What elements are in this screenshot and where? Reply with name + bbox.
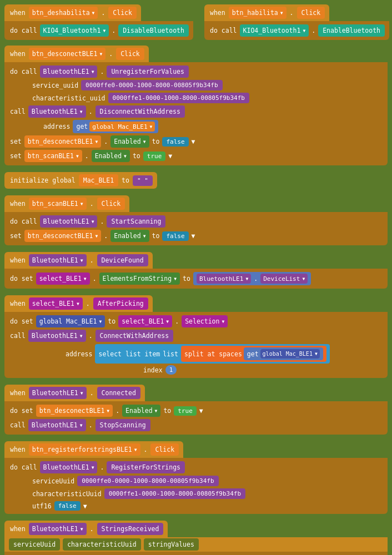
do-register-strings: do call BluetoothLE1 . RegisterForString… [4, 458, 388, 514]
dot-7: . [103, 138, 109, 145]
when-register-header[interactable]: when btn_registerforstringsBLE1 . Click [4, 441, 183, 458]
call-label-3b: call [9, 108, 27, 115]
do-label-2: do [209, 27, 219, 34]
select-list-block[interactable]: select list item list split at spaces ge… [95, 344, 329, 364]
connect-method[interactable]: ConnectWithAddress [96, 330, 174, 342]
connected-event[interactable]: Connected [97, 387, 140, 399]
btn-desconect-pill[interactable]: btn_desconectBLE1 [29, 48, 106, 60]
btn-desconect-pill3[interactable]: btn_desconectBLE1 [24, 230, 102, 242]
dot-6: . [88, 108, 94, 115]
when-label-6: when [9, 300, 27, 307]
disable-bt-method[interactable]: DisableBluetooth [118, 24, 189, 37]
block-enable-bluetooth: when btn_habilita . Click do call KIO4_B… [204, 4, 389, 40]
ble1-pill-4[interactable]: BluetoothLE1 [29, 254, 87, 266]
dot-label-2: . [289, 9, 295, 17]
enable-bt-method[interactable]: EnableBluetooth [318, 24, 385, 37]
select-ble1-pill2[interactable]: select_BLE1 [29, 297, 83, 310]
device-found-event[interactable]: DeviceFound [97, 254, 148, 266]
when-label-1: when [9, 9, 27, 17]
unregister-method[interactable]: UnregisterForValues [107, 65, 189, 78]
global-mac-pill2[interactable]: global Mac_BLE1 [36, 315, 105, 327]
when-enable-header[interactable]: when btn_habilita . Click [204, 4, 329, 21]
utf16-val: false [54, 501, 81, 511]
call-label-4: call [21, 218, 38, 225]
ble1-pill-6[interactable]: BluetoothLE1 [28, 330, 86, 342]
enabled-prop-4[interactable]: Enabled [122, 405, 160, 417]
enabled-prop-2[interactable]: Enabled [92, 150, 130, 162]
device-list-prop[interactable]: DeviceList [260, 274, 308, 284]
when-device-found-header[interactable]: when BluetoothLE1 . DeviceFound [4, 252, 153, 269]
register-strings-method[interactable]: RegisterForStrings [107, 461, 185, 473]
btn-register-pill[interactable]: btn_registerforstringsBLE1 [29, 443, 140, 456]
start-scan-method[interactable]: StartScanning [107, 215, 165, 228]
param-char-uuid: characteristicUuid [63, 538, 141, 551]
when-label-4: when [9, 200, 27, 208]
enabled-prop-1[interactable]: Enabled [110, 135, 149, 148]
btn-scan-pill2[interactable]: btn_scanBLE1 [29, 198, 87, 210]
click-event-2[interactable]: Click [297, 7, 325, 19]
when-desconect-header[interactable]: when btn_desconectBLE1 . Click [4, 46, 149, 62]
enabled-prop-3[interactable]: Enabled [110, 230, 149, 242]
global-mac-pill[interactable]: global Mac_BLE1 [89, 122, 155, 132]
elements-from-string-prop[interactable]: ElementsFromString [99, 273, 180, 285]
disconnect-method[interactable]: DisconnectWithAddress [96, 105, 185, 118]
to-label-1: to [151, 138, 161, 145]
btn-habilita-pill[interactable]: btn_habilita [229, 7, 287, 19]
ble1-pill-9[interactable]: BluetoothLE1 [40, 461, 98, 473]
dropdown-arrow-2: ▼ [167, 152, 173, 160]
when-scan-header[interactable]: when btn_scanBLE1 . Click [4, 195, 129, 212]
selection-prop[interactable]: Selection [182, 315, 228, 327]
dot-23: . [89, 525, 95, 533]
when-label-9: when [9, 525, 27, 533]
btn-scan-pill[interactable]: btn_scanBLE1 [24, 150, 82, 162]
when-disable-header[interactable]: when btn_deshabilita . Click [4, 4, 141, 21]
when-after-picking-header[interactable]: when select_BLE1 . AfterPicking [4, 295, 153, 312]
index-label: index [142, 366, 164, 374]
to-label-3: to [151, 232, 161, 240]
select-ble1-pill[interactable]: select_BLE1 [36, 273, 90, 285]
global-mac-pill3[interactable]: global Mac_BLE1 [260, 349, 320, 359]
service-uuid-label: service_uuid [31, 82, 79, 89]
btn-desconect-pill2[interactable]: btn_desconectBLE1 [24, 135, 102, 148]
kio4-bt1-pill-1[interactable]: KIO4_Bluetooth1 [40, 24, 109, 37]
btn-desconect-pill4[interactable]: btn_desconectBLE1 [36, 405, 113, 417]
kio4-bt1-pill-2[interactable]: KIO4_Bluetooth1 [240, 24, 309, 37]
dot-14: . [253, 275, 259, 282]
when-strings-header[interactable]: when BluetoothLE1 . StringsReceived [4, 521, 168, 537]
do-label-3: do [9, 68, 19, 75]
do-after-picking: do set global Mac_BLE1 to select_BLE1 . … [4, 312, 388, 378]
get-device-list[interactable]: BluetoothLE1 . DeviceList [193, 272, 311, 285]
get-mac-block[interactable]: get global Mac_BLE1 [73, 120, 158, 133]
dot-13: . [92, 275, 98, 282]
select-list-label: select list item [98, 350, 160, 358]
ble1-pill-5[interactable]: BluetoothLE1 [197, 274, 251, 284]
stop-scan-method[interactable]: StopScanning [96, 419, 150, 431]
when-connected-header[interactable]: when BluetoothLE1 . Connected [4, 385, 145, 401]
click-event-8[interactable]: Click [150, 443, 179, 456]
dot-10: . [99, 218, 105, 225]
select-ble1-pill3[interactable]: select_BLE1 [118, 315, 172, 327]
dot-18: . [89, 389, 95, 397]
block-device-found: when BluetoothLE1 . DeviceFound do set s… [4, 252, 388, 289]
after-picking-event[interactable]: AfterPicking [93, 297, 148, 310]
ble1-pill-8[interactable]: BluetoothLE1 [28, 419, 86, 431]
ble1-pill-1[interactable]: BluetoothLE1 [40, 65, 98, 78]
to-label-2: to [132, 152, 142, 160]
btn-deshabilita-pill[interactable]: btn_deshabilita [29, 7, 98, 19]
strings-received-event[interactable]: StringsReceived [97, 523, 164, 535]
get-label-2: get [247, 350, 259, 358]
ble1-pill-10[interactable]: BluetoothLE1 [29, 523, 87, 535]
do-desconect: do call BluetoothLE1 . UnregisterForValu… [4, 62, 388, 165]
click-event-1[interactable]: Click [108, 7, 137, 19]
mac-ble1-pill[interactable]: Mac_BLE1 [79, 174, 118, 186]
ble1-pill-3[interactable]: BluetoothLE1 [40, 215, 98, 228]
ble1-pill-2[interactable]: BluetoothLE1 [28, 105, 86, 118]
get-global-mac-inner[interactable]: get global Mac_BLE1 [244, 347, 323, 360]
click-event-3[interactable]: Click [116, 48, 144, 60]
do-strings-received: do set etq_BLE1 . Text - to get stringVa… [4, 552, 388, 555]
ble1-pill-7[interactable]: BluetoothLE1 [29, 387, 87, 399]
split-at-block[interactable]: split at spaces get global Mac_BLE1 [181, 346, 326, 362]
dot-22: . [99, 463, 105, 471]
click-event-4[interactable]: Click [97, 198, 125, 210]
dot-4: . [108, 50, 114, 58]
